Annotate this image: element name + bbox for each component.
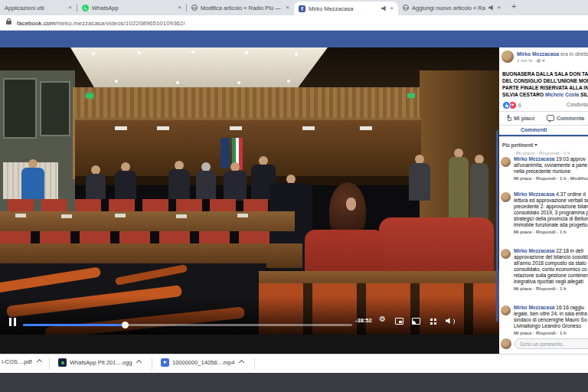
shares-label[interactable]: Condivisioni: [567, 102, 588, 107]
windows-taskbar: i qui per eseguire la ricerca ◆ e ✉ S ∧ …: [0, 373, 588, 392]
post-time[interactable]: 2 ore fa ·: [517, 58, 535, 63]
divider: [499, 111, 588, 112]
post-text-line: PARTE FINALE RISERVATA ALLA INTERVIS: [502, 85, 588, 91]
post-author-avatar[interactable]: [501, 51, 514, 63]
comment-composer: [499, 337, 588, 354]
comment-actions[interactable]: Mi piace · Rispondi · 1 h: [514, 230, 588, 234]
cast-icon[interactable]: [412, 318, 420, 325]
download-filename: I-COS....pdf: [2, 358, 32, 365]
tab-label: Aggiungi nuovo articolo « Ra: [412, 5, 485, 11]
comments-scrollbar[interactable]: [496, 130, 498, 322]
comment-actions[interactable]: Mi piace · Rispondi · 1 h: [514, 286, 588, 291]
comment-line: approvazione del bilancio cosolid: [514, 254, 588, 260]
volume-icon[interactable]: [446, 317, 456, 325]
url-text[interactable]: facebook.com/mirko.mezzacasa/videos/1022…: [17, 20, 185, 27]
scene-window: [40, 81, 70, 136]
comment-line: sindaco di cencenighe Mauro So: [514, 317, 588, 323]
post-author-name[interactable]: Mirko Mezzacasa: [517, 51, 559, 57]
video-settings-icon[interactable]: ⚙: [379, 315, 386, 323]
fullscreen-icon[interactable]: [430, 318, 433, 321]
comment-line: strategici della provincia di Bellun: [514, 216, 588, 222]
comment-avatar[interactable]: [501, 157, 511, 167]
scene-desk-papers: [15, 214, 26, 217]
new-tab-button[interactable]: +: [505, 0, 522, 15]
comment-line: lettura ed approvazione verbali se: [514, 198, 588, 204]
live-label: era in diretta.: [559, 51, 588, 57]
like-reaction-icon: [502, 101, 511, 109]
reaction-count: 6: [518, 103, 521, 108]
comment-line: 16:16 raggiu: [556, 305, 584, 310]
download-item-ogg[interactable]: WhatsApp Ptt 201....ogg: [58, 358, 141, 367]
tab-applicazioni[interactable]: Applicazioni util ×: [0, 0, 77, 15]
download-separator: [49, 358, 50, 370]
close-icon[interactable]: ×: [68, 5, 72, 11]
tab-aggiungi-articolo[interactable]: Aggiungi nuovo articolo « Ra ×: [398, 0, 505, 15]
download-item-mp4[interactable]: 10000000_14058....mp4: [161, 358, 243, 367]
comment-line: 22:18 in dell: [556, 248, 583, 253]
address-bar[interactable]: facebook.com/mirko.mezzacasa/videos/1022…: [0, 15, 588, 31]
sidebar-comment-button[interactable]: Commenta: [547, 115, 584, 121]
tab-modifica-articolo[interactable]: Modifica articolo « Radio Più — V ×: [187, 0, 294, 15]
download-menu-caret-icon[interactable]: [239, 360, 244, 365]
comment-line: inegrativa riportati negli allegati: [514, 279, 588, 285]
download-menu-caret-icon[interactable]: [37, 359, 42, 364]
video-sidebar: Mirko Mezzacasa era in diretta. 2 ore fa…: [499, 47, 588, 354]
tab-audio-icon[interactable]: [488, 5, 494, 11]
comment-author[interactable]: Mirko Mezzacasa: [514, 305, 555, 310]
tab-label: Applicazioni util: [5, 5, 65, 11]
video-file-icon: [161, 358, 169, 367]
post-meta: 2 ore fa ·: [517, 58, 545, 63]
video-progress-fill: [23, 324, 125, 326]
comment: Mirko Mezzacasa 4:37 ordine d lettura ed…: [499, 191, 588, 234]
pause-button[interactable]: [9, 318, 11, 326]
padlock-icon[interactable]: [6, 21, 11, 24]
sort-label: Più pertinenti: [502, 142, 533, 148]
sidebar-like-button[interactable]: Mi piace: [505, 115, 535, 121]
video-player[interactable]: -38:52 ⚙: [0, 47, 499, 335]
comment-avatar[interactable]: [501, 305, 511, 315]
comment-line: all'unanimita, ovviamente a parte: [514, 162, 588, 168]
post-text-line: DEL CONSIGLIO DELL'UNIONE MONTANA: [502, 78, 588, 84]
video-progress-bar[interactable]: [23, 324, 352, 326]
comment-author[interactable]: Mirko Mezzacasa: [514, 156, 555, 162]
tab-label: Modifica articolo « Radio Più — V: [201, 5, 283, 11]
close-icon[interactable]: ×: [390, 5, 394, 11]
picture-in-picture-icon[interactable]: [395, 318, 403, 325]
comment-text: Mirko Mezzacasa 16:16 raggiu: [514, 305, 588, 311]
tab-whatsapp[interactable]: WhatsApp ×: [77, 0, 186, 15]
comments-sort-dropdown[interactable]: Più pertinenti: [502, 142, 537, 148]
post-menu-caret-icon[interactable]: [542, 60, 545, 62]
comments-tab[interactable]: Commenti: [521, 127, 547, 132]
download-item-pdf[interactable]: I-COS....pdf: [2, 358, 41, 365]
download-menu-caret-icon[interactable]: [136, 360, 142, 365]
divider: [499, 136, 588, 137]
comment-actions[interactable]: Mi piace · Rispondi · 1 h · Modificato: [514, 176, 588, 181]
close-icon[interactable]: ×: [286, 5, 289, 11]
reactions-summary[interactable]: ♥ 6: [502, 101, 521, 109]
close-icon[interactable]: ×: [497, 5, 501, 11]
video-footer-bar: ⚙ Roberto Mosca × Condividi Commenta Mi …: [0, 335, 499, 354]
comment-line: legale, ben oltre 24, in sala entra: [514, 311, 588, 317]
facebook-header: f Mirko Home Crea ?: [0, 31, 588, 47]
tab-label: WhatsApp: [92, 5, 175, 11]
browser-tab-bar: Applicazioni util × WhatsApp × Modifica …: [0, 0, 588, 15]
comment-text: Mirko Mezzacasa 19:03 approv: [514, 156, 588, 162]
tagged-person-link[interactable]: Michele Costa: [545, 92, 579, 97]
post-author-line: Mirko Mezzacasa era in diretta.: [517, 51, 588, 57]
comment-author[interactable]: Mirko Mezzacasa: [514, 248, 555, 253]
post-text-line: SILVIA CESTARO Michele Costa SILVIA TOR: [502, 92, 588, 98]
post-text-line: BUONASERA DALLA SALA DON TAMIS IN A: [502, 71, 588, 77]
scene-person: [115, 162, 136, 199]
comment-line: all'anno 2018 composto da stato: [514, 260, 588, 266]
tab-audio-icon[interactable]: [381, 6, 387, 11]
comment-text: Mirko Mezzacasa 22:18 in dell: [514, 248, 588, 254]
tab-mirko-mezzacasa-active[interactable]: f Mirko Mezzacasa ×: [294, 2, 398, 15]
comment-line: precedente 2. approvazione bilan: [514, 204, 588, 210]
comment-actions[interactable]: Mi piace · Rispondi · 1 h: [514, 331, 588, 335]
comment-avatar[interactable]: [501, 192, 511, 202]
close-icon[interactable]: ×: [178, 5, 181, 11]
comment-author[interactable]: Mirko Mezzacasa: [514, 191, 555, 197]
comment-line: consolidato 2019, 3 programma p: [514, 210, 588, 216]
comment-avatar[interactable]: [501, 249, 511, 259]
comment-input[interactable]: [514, 338, 588, 349]
